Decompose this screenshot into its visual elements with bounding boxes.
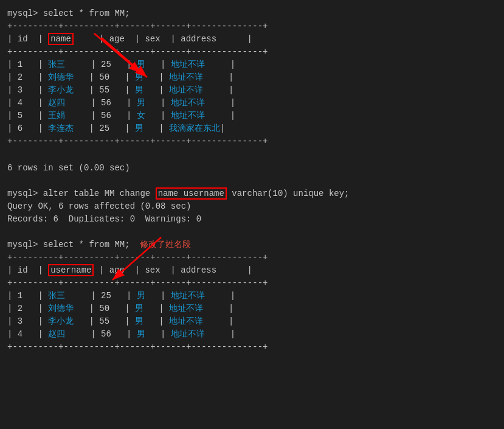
row4-name: 赵四 bbox=[48, 98, 65, 108]
alter-command-line: mysql> alter table MM change name userna… bbox=[7, 187, 497, 200]
name-col-header-box: name bbox=[48, 33, 74, 45]
row2-addr: 地址不详 bbox=[169, 72, 203, 82]
row1-4: | 4 | 赵四 | 56 | 男 | 地址不详 | bbox=[7, 97, 497, 110]
query-ok-line: Query OK, 6 rows affected (0.08 sec) bbox=[7, 200, 497, 213]
row6-sex: 男 bbox=[135, 124, 143, 133]
row2-2-addr: 地址不详 bbox=[169, 304, 203, 313]
row2-name: 刘德华 bbox=[48, 72, 74, 82]
terminal: mysql> select * from MM; +---------+----… bbox=[5, 5, 499, 356]
row1-addr: 地址不详 bbox=[171, 60, 205, 69]
row1-name: 张三 bbox=[48, 60, 65, 69]
row2-2-sex: 男 bbox=[135, 304, 143, 313]
row4-addr: 地址不详 bbox=[171, 98, 205, 108]
row2-4-addr: 地址不详 bbox=[171, 329, 205, 339]
row2-4-sex: 男 bbox=[137, 329, 145, 339]
row1-sex: 男 bbox=[137, 60, 145, 69]
second-command-text: select * from MM; bbox=[43, 240, 140, 249]
row6-addr: 我滴家在东北 bbox=[169, 124, 220, 133]
prompt2: mysql> bbox=[7, 189, 43, 198]
row1-2: | 2 | 刘德华 | 50 | 男 | 地址不详 | bbox=[7, 71, 497, 84]
row5-sex: 女 bbox=[137, 111, 145, 120]
row2-3-sex: 男 bbox=[135, 316, 143, 326]
username-col-header-box: username bbox=[48, 264, 94, 276]
name-username-box: name username bbox=[156, 187, 227, 200]
row4-sex: 男 bbox=[137, 98, 145, 108]
row2-2: | 2 | 刘德华 | 50 | 男 | 地址不详 | bbox=[7, 302, 497, 315]
row2-3-addr: 地址不详 bbox=[169, 316, 203, 326]
row2-1-name: 张三 bbox=[48, 291, 65, 301]
row6-name: 李连杰 bbox=[48, 124, 74, 133]
rows-in-set: 6 rows in set (0.00 sec) bbox=[7, 162, 497, 175]
table-bottom-border2: +---------+----------+------+------+----… bbox=[7, 341, 497, 354]
row3-name: 李小龙 bbox=[48, 85, 74, 95]
table-sep2: +---------+----------+------+------+----… bbox=[7, 277, 497, 290]
row2-1-sex: 男 bbox=[137, 291, 145, 301]
first-query-status bbox=[7, 149, 497, 162]
row2-sex: 男 bbox=[135, 72, 143, 82]
row2-3-name: 李小龙 bbox=[48, 316, 74, 326]
table-top-border1: +---------+----------+------+------+----… bbox=[7, 20, 497, 33]
first-query-block: mysql> select * from MM; +---------+----… bbox=[7, 7, 497, 148]
row3-sex: 男 bbox=[135, 85, 143, 95]
blank1 bbox=[7, 175, 497, 187]
row5-addr: 地址不详 bbox=[171, 111, 205, 120]
row2-3: | 3 | 李小龙 | 55 | 男 | 地址不详 | bbox=[7, 315, 497, 328]
table-sep1: +---------+----------+------+------+----… bbox=[7, 46, 497, 58]
records-line: Records: 6 Duplicates: 0 Warnings: 0 bbox=[7, 213, 497, 226]
alter-command-text: alter table MM change name username varc… bbox=[43, 187, 350, 200]
second-query-block: mysql> select * from MM; 修改了姓名段 +-------… bbox=[7, 239, 497, 354]
table-header2: | id | username | age | sex | address | bbox=[7, 264, 497, 277]
prompt3: mysql> bbox=[7, 240, 43, 249]
row2-2-name: 刘德华 bbox=[48, 304, 74, 313]
row2-4: | 4 | 赵四 | 56 | 男 | 地址不详 | bbox=[7, 328, 497, 341]
table-bottom-border1: +---------+----------+------+------+----… bbox=[7, 135, 497, 148]
blank2 bbox=[7, 226, 497, 239]
row1-3: | 3 | 李小龙 | 55 | 男 | 地址不详 | bbox=[7, 84, 497, 97]
first-command: select * from MM; bbox=[43, 9, 130, 18]
row2-4-name: 赵四 bbox=[48, 329, 65, 339]
row2-1: | 1 | 张三 | 25 | 男 | 地址不详 | bbox=[7, 290, 497, 302]
row1-1: | 1 | 张三 | 25 | 男 | 地址不详 | bbox=[7, 58, 497, 71]
column-change-comment: 修改了姓名段 bbox=[140, 240, 191, 249]
first-command-line: mysql> select * from MM; bbox=[7, 7, 497, 20]
table-top-border2: +---------+----------+------+------+----… bbox=[7, 251, 497, 264]
alter-block: mysql> alter table MM change name userna… bbox=[7, 187, 497, 239]
row2-1-addr: 地址不详 bbox=[171, 291, 205, 301]
row5-name: 王娟 bbox=[48, 111, 65, 120]
row3-addr: 地址不详 bbox=[169, 85, 203, 95]
row1-5: | 5 | 王娟 | 56 | 女 | 地址不详 | bbox=[7, 110, 497, 122]
table-header1: | id | name | age | sex | address | bbox=[7, 33, 497, 46]
second-command-line: mysql> select * from MM; 修改了姓名段 bbox=[7, 239, 497, 251]
row1-6: | 6 | 李连杰 | 25 | 男 | 我滴家在东北| bbox=[7, 122, 497, 135]
prompt1: mysql> bbox=[7, 9, 43, 18]
